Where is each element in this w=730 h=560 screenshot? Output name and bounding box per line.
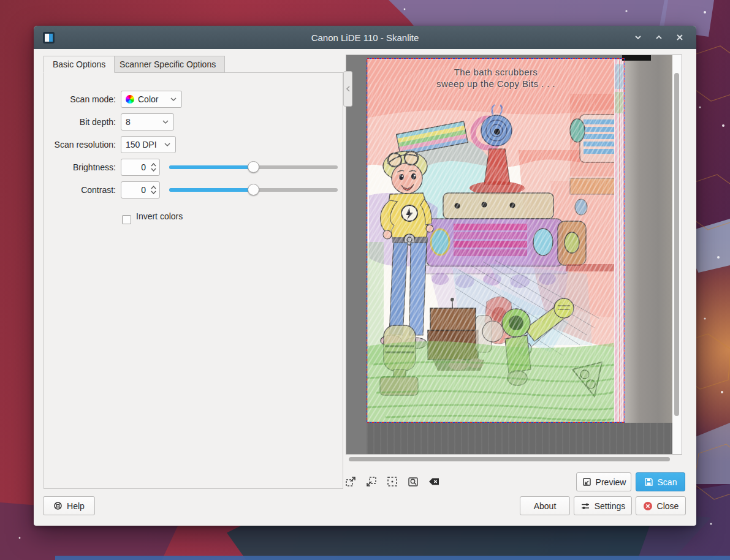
minimize-button[interactable] [631, 31, 645, 44]
invert-colors-label: Invert colors [136, 211, 183, 221]
zoom-in-icon [344, 475, 357, 488]
close-icon [675, 32, 685, 42]
scan-mode-dropdown[interactable]: Color [121, 91, 182, 108]
tab-scanner-specific-options[interactable]: Scanner Specific Options [110, 56, 225, 73]
basic-options-panel: Scan mode: Color Bit depth: 8 Scan resol… [44, 72, 343, 489]
titlebar[interactable]: Canon LiDE 110 - Skanlite [34, 26, 696, 49]
about-button[interactable]: About [520, 496, 570, 515]
chevron-down-icon [164, 141, 171, 148]
vertical-scrollbar-thumb[interactable] [674, 73, 679, 416]
clear-selections-icon [427, 475, 441, 488]
close-circle-icon [643, 501, 653, 511]
chevron-left-icon [345, 86, 351, 92]
slider-fill [169, 188, 254, 192]
tab-label: Basic Options [53, 59, 105, 69]
contrast-label: Contrast: [44, 181, 116, 199]
vertical-scrollbar[interactable] [672, 56, 681, 453]
scan-margin-right [625, 55, 672, 423]
scan-resolution-dropdown[interactable]: 150 DPI [121, 136, 176, 153]
settings-button[interactable]: Settings [574, 496, 632, 515]
zoom-to-fit-icon [407, 475, 419, 488]
selection-rectangle[interactable] [367, 58, 625, 423]
slider-fill [169, 165, 254, 169]
scan-resolution-label: Scan resolution: [44, 136, 116, 153]
chevron-down-icon [633, 32, 643, 42]
contrast-spinbox[interactable]: 0 [121, 181, 160, 199]
brightness-value: 0 [121, 162, 148, 172]
preview-frame: The bath scrubbers sweep up the Copy Bit… [346, 55, 682, 455]
zoom-out-button[interactable] [363, 474, 379, 490]
zoom-in-button[interactable] [343, 474, 359, 490]
settings-sliders-icon [580, 502, 590, 510]
spin-up-icon [150, 162, 157, 167]
about-button-label: About [534, 501, 557, 511]
spin-down-icon [150, 167, 157, 172]
chevron-down-icon [170, 96, 177, 103]
window-title: Canon LiDE 110 - Skanlite [34, 32, 696, 43]
preview-viewport[interactable]: The bath scrubbers sweep up the Copy Bit… [346, 55, 672, 454]
scan-margin-bottom [367, 423, 672, 454]
close-button-label: Close [657, 501, 679, 511]
horizontal-scrollbar-thumb[interactable] [349, 457, 670, 461]
scan-mode-value: Color [138, 94, 158, 104]
color-wheel-icon [126, 95, 134, 104]
scan-button-label: Scan [658, 477, 677, 487]
scan-button[interactable]: Scan [636, 472, 685, 491]
brightness-slider[interactable] [169, 159, 338, 176]
help-button-label: Help [67, 501, 85, 511]
close-button[interactable]: Close [636, 496, 686, 515]
spin-up-icon [150, 185, 157, 190]
bit-depth-dropdown[interactable]: 8 [121, 113, 174, 131]
slider-handle[interactable] [248, 184, 259, 195]
skanlite-window: Canon LiDE 110 - Skanlite Basic Options … [34, 26, 696, 526]
splitter-collapse-handle[interactable] [343, 71, 352, 107]
skanlite-app-icon-glyph [45, 34, 53, 42]
bit-depth-value: 8 [126, 117, 131, 127]
chevron-up-icon [654, 32, 664, 42]
scan-resolution-value: 150 DPI [126, 140, 157, 149]
contrast-value: 0 [121, 185, 148, 195]
clear-selections-button[interactable] [426, 474, 442, 490]
document-preview-icon [582, 477, 591, 487]
scan-mode-label: Scan mode: [44, 91, 116, 108]
zoom-selection-button[interactable] [384, 474, 400, 490]
skanlite-app-icon [43, 32, 55, 44]
tab-label: Scanner Specific Options [120, 59, 216, 69]
chevron-down-icon [162, 118, 169, 126]
scan-lid-edge [622, 55, 651, 61]
tab-basic-options[interactable]: Basic Options [44, 56, 115, 73]
maximize-button[interactable] [652, 31, 666, 44]
help-lifering-icon [53, 501, 63, 510]
contrast-slider[interactable] [169, 181, 338, 199]
help-button[interactable]: Help [43, 496, 95, 515]
spinbox-arrows[interactable] [148, 159, 159, 175]
preview-button[interactable]: Preview [576, 472, 631, 491]
zoom-out-icon [365, 475, 378, 488]
invert-colors-checkbox[interactable] [122, 215, 131, 224]
spin-down-icon [150, 190, 157, 195]
save-floppy-icon [644, 477, 653, 486]
zoom-to-fit-button[interactable] [405, 474, 421, 490]
spinbox-arrows[interactable] [148, 182, 159, 198]
zoom-selection-icon [386, 475, 398, 488]
brightness-label: Brightness: [44, 159, 116, 176]
brightness-spinbox[interactable]: 0 [121, 159, 160, 176]
bit-depth-label: Bit depth: [44, 113, 116, 131]
slider-handle[interactable] [248, 161, 259, 173]
close-window-button[interactable] [673, 31, 686, 44]
horizontal-scrollbar[interactable] [346, 456, 682, 463]
settings-button-label: Settings [595, 501, 626, 511]
preview-button-label: Preview [596, 477, 626, 487]
